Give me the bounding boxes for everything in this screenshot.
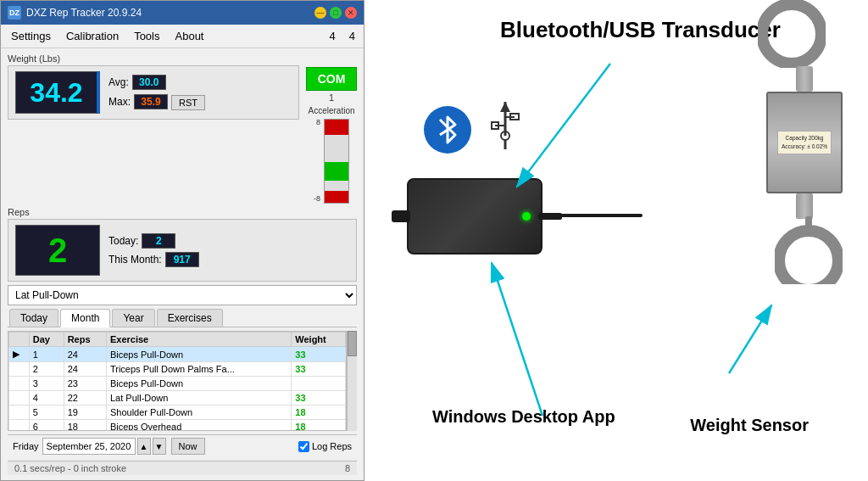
month-row: This Month: 917 [108,252,199,267]
table-row[interactable]: 6 18 Biceps Overhead 18 [9,420,346,432]
device-led [522,212,531,221]
menu-about[interactable]: About [169,27,211,45]
row-weight: 18 [292,405,346,420]
menu-tools[interactable]: Tools [127,27,166,45]
col-reps: Reps [64,333,106,347]
col-day: Day [29,333,64,347]
row-exercise: Lat Pull-Down [106,391,291,405]
transducer-device [407,178,542,254]
sensor-screw-top [796,66,813,92]
weight-panel: 34.2 Avg: 30.0 Max: 35.9 RST [8,65,299,120]
table-row[interactable]: 3 23 Biceps Pull-Down [9,377,346,391]
tab-year[interactable]: Year [112,309,154,327]
bluetooth-icon [424,106,471,154]
com-button[interactable]: COM [306,67,357,91]
accel-bar [324,119,349,204]
svg-point-14 [779,231,838,284]
avg-label: Avg: [108,76,129,88]
row-arrow: ▶ [9,347,30,362]
title-bar-controls: — □ ✕ [314,7,357,19]
row-exercise: Biceps Pull-Down [106,347,291,362]
today-value: 2 [142,233,175,249]
row-exercise: Biceps Overhead [106,420,291,432]
row-arrow [9,420,30,432]
rst-button[interactable]: RST [171,95,205,110]
max-label: Max: [108,96,131,108]
reps-display: 2 [15,225,100,276]
day-label: Friday [13,441,39,451]
row-arrow [9,362,30,377]
sensor-label-text: Weight Sensor [690,416,809,435]
app-window: DZ DXZ Rep Tracker 20.9.24 — □ ✕ Setting… [0,0,364,481]
scrollbar[interactable] [347,331,357,431]
status-left: 0.1 secs/rep - 0 inch stroke [14,463,126,473]
accel-bot-tick: -8 [314,194,320,203]
col-arrow [9,333,30,347]
tab-today[interactable]: Today [9,309,58,327]
title-bar: DZ DXZ Rep Tracker 20.9.24 — □ ✕ [1,1,364,25]
row-day: 5 [29,405,64,420]
avg-row: Avg: 30.0 [108,75,205,90]
log-reps-label: Log Reps [298,441,352,452]
row-arrow [9,391,30,405]
date-picker: Friday ▲ ▼ [13,438,166,455]
today-row: Today: 2 [108,233,199,249]
reps-label: Reps [8,207,357,217]
tab-exercises[interactable]: Exercises [157,309,223,327]
app-content: Weight (Lbs) 34.2 Avg: 30.0 Max: 35.9 RS… [1,48,364,480]
row-exercise: Shoulder Pull-Down [106,405,291,420]
max-row: Max: 35.9 RST [108,93,205,110]
accel-top-bar [325,120,348,135]
date-arrow-up[interactable]: ▲ [137,438,151,455]
weight-stats: Avg: 30.0 Max: 35.9 RST [108,75,205,110]
row-day: 1 [29,347,64,362]
chain-ring-bot [775,216,843,284]
row-weight: 33 [292,362,346,377]
com-section: COM 1 Acceleration 8 -8 [306,67,357,204]
row-day: 4 [29,391,64,405]
app-label: Windows Desktop App [432,407,615,427]
minimize-button[interactable]: — [314,7,326,19]
maximize-button[interactable]: □ [330,7,342,19]
table-row[interactable]: 4 22 Lat Pull-Down 33 [9,391,346,405]
date-arrow-down[interactable]: ▼ [153,438,166,455]
row-weight: 33 [292,391,346,405]
accel-bot-bar [325,191,348,203]
table-row[interactable]: 5 19 Shoulder Pull-Down 18 [9,405,346,420]
tab-month[interactable]: Month [60,309,110,327]
reps-section: Reps 2 Today: 2 This Month: 917 [8,207,357,282]
status-bar: 0.1 secs/rep - 0 inch stroke 8 [8,461,357,475]
svg-marker-1 [500,102,510,112]
row-reps: 24 [64,347,106,362]
scroll-thumb[interactable] [348,331,357,356]
table-row[interactable]: ▶ 1 24 Biceps Pull-Down 33 [9,347,346,362]
com-number: 1 [329,92,334,103]
month-label: This Month: [108,254,162,266]
row-weight: 18 [292,420,346,432]
sensor-body: Capacity 200kg Accuracy: ± 0.02% [766,92,843,193]
menu-bar: Settings Calibration Tools About 4 4 [1,25,364,48]
avg-value: 30.0 [132,75,166,90]
weight-display: 34.2 [15,71,100,114]
exercise-select[interactable]: Lat Pull-Down [8,285,357,305]
menu-calibration[interactable]: Calibration [59,27,125,45]
accel-top-tick: 8 [316,118,320,126]
table-row[interactable]: 2 24 Triceps Pull Down Palms Fa... 33 [9,362,346,377]
menu-settings[interactable]: Settings [4,27,58,45]
accel-mid-bar [325,162,348,181]
now-button[interactable]: Now [171,438,205,455]
app-icon: DZ [8,6,21,20]
data-table-container: Day Reps Exercise Weight ▶ 1 24 Biceps P… [8,331,347,431]
log-reps-checkbox[interactable] [298,441,309,452]
row-reps: 22 [64,391,106,405]
row-exercise: Biceps Pull-Down [106,377,291,391]
row-weight [292,377,346,391]
menu-num2: 4 [349,30,355,42]
bottom-bar: Friday ▲ ▼ Now Log Reps [8,434,357,457]
menu-num1: 4 [330,30,336,42]
row-reps: 19 [64,405,106,420]
row-reps: 23 [64,377,106,391]
date-input[interactable] [42,438,136,455]
accel-label: Acceleration [308,106,354,115]
close-button[interactable]: ✕ [345,7,357,19]
